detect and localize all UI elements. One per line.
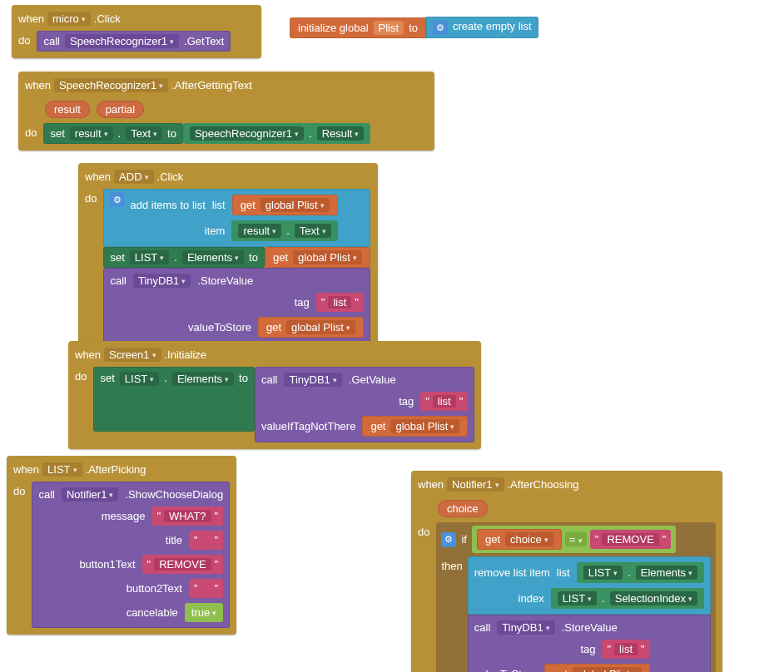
var-dropdown[interactable]: global Plist ▾ bbox=[573, 667, 642, 672]
var-name-field[interactable]: Plist bbox=[374, 21, 404, 35]
chevron-down-icon: ▾ bbox=[295, 130, 299, 138]
chevron-down-icon: ▾ bbox=[578, 536, 583, 545]
call-getvalue[interactable]: call TinyDB1 ▾ .GetValue tag " list " bbox=[255, 367, 474, 442]
property-dropdown[interactable]: Result ▾ bbox=[317, 126, 365, 141]
component-dropdown[interactable]: Screen1 ▾ bbox=[104, 348, 161, 362]
param-result[interactable]: result bbox=[45, 101, 90, 118]
get-plist[interactable]: get global Plist ▾ bbox=[258, 317, 364, 338]
get-result-text[interactable]: result ▾ . Text ▾ bbox=[231, 220, 337, 241]
component-dropdown[interactable]: LIST ▾ bbox=[130, 250, 169, 264]
text-empty[interactable]: "" bbox=[189, 579, 223, 598]
get-plist[interactable]: get global Plist ▾ bbox=[265, 247, 370, 268]
component-dropdown[interactable]: TinyDB1 ▾ bbox=[497, 620, 554, 635]
property-dropdown[interactable]: Text ▾ bbox=[126, 126, 162, 141]
chevron-down-icon: ▾ bbox=[145, 173, 149, 181]
do-label: do bbox=[18, 31, 32, 47]
component-dropdown[interactable]: TinyDB1 ▾ bbox=[133, 274, 191, 288]
param-choice[interactable]: choice bbox=[438, 500, 488, 517]
text-list[interactable]: " list " bbox=[420, 392, 468, 411]
chevron-down-icon: ▾ bbox=[322, 227, 326, 235]
var-dropdown[interactable]: global Plist ▾ bbox=[293, 250, 362, 264]
chevron-down-icon: ▾ bbox=[160, 254, 164, 262]
text-remove[interactable]: "REMOVE" bbox=[590, 530, 672, 549]
chevron-down-icon: ▾ bbox=[235, 254, 239, 262]
set-list-elements[interactable]: set LIST ▾ . Elements ▾ to bbox=[93, 367, 254, 432]
chevron-down-icon: ▾ bbox=[346, 324, 350, 332]
chevron-down-icon: ▾ bbox=[588, 595, 592, 603]
create-empty-list[interactable]: ⚙ create empty list bbox=[426, 17, 538, 38]
equals-block[interactable]: get choice ▾ = ▾ "REMOVE" bbox=[472, 526, 676, 553]
when-kw: when bbox=[18, 12, 44, 25]
component-dropdown[interactable]: micro ▾ bbox=[47, 12, 91, 26]
component-dropdown[interactable]: LIST ▾ bbox=[583, 566, 623, 580]
call-showchoosedialog[interactable]: call Notifier1 ▾ .ShowChooseDialog messa… bbox=[32, 482, 230, 628]
if-block[interactable]: ⚙ if get choice ▾ = ▾ "REM bbox=[436, 522, 716, 672]
chevron-down-icon: ▾ bbox=[450, 422, 454, 431]
chevron-down-icon: ▾ bbox=[546, 624, 550, 632]
component-dropdown[interactable]: SpeechRecognizer1 ▾ bbox=[190, 126, 304, 141]
text-what[interactable]: "WHAT?" bbox=[151, 506, 223, 526]
event-screen1-initialize[interactable]: when Screen1 ▾ .Initialize do set LIST ▾… bbox=[68, 341, 481, 449]
event-sr-aftergettingtext[interactable]: when SpeechRecognizer1 ▾ .AfterGettingTe… bbox=[18, 72, 434, 151]
event-notifier-afterchoosing[interactable]: when Notifier1 ▾ .AfterChoosing choice d… bbox=[411, 471, 722, 672]
call-storevalue[interactable]: call TinyDB1 ▾ .StoreValue tag " list " bbox=[103, 268, 370, 343]
logic-true[interactable]: true ▾ bbox=[185, 603, 223, 622]
component-dropdown[interactable]: SpeechRecognizer1 ▾ bbox=[65, 34, 179, 48]
event-name: .Click bbox=[94, 12, 121, 25]
event-add-click[interactable]: when ADD ▾ .Click do ⚙ add items to list… bbox=[78, 163, 378, 350]
component-dropdown[interactable]: LIST ▾ bbox=[120, 372, 159, 386]
var-dropdown[interactable]: choice ▾ bbox=[505, 532, 553, 546]
chevron-down-icon: ▾ bbox=[212, 609, 216, 617]
get-plist[interactable]: get global Plist ▾ bbox=[232, 195, 338, 215]
param-partial[interactable]: partial bbox=[97, 101, 144, 118]
property-dropdown[interactable]: Elements ▾ bbox=[172, 372, 234, 386]
list-selectionindex[interactable]: LIST ▾ . SelectionIndex ▾ bbox=[551, 588, 704, 609]
list-elements[interactable]: LIST ▾ . Elements ▾ bbox=[577, 562, 704, 583]
gear-icon[interactable]: ⚙ bbox=[110, 192, 125, 207]
chevron-down-icon: ▾ bbox=[109, 491, 113, 499]
var-dropdown[interactable]: global Plist ▾ bbox=[261, 198, 330, 212]
chevron-down-icon: ▾ bbox=[333, 376, 337, 384]
component-dropdown[interactable]: LIST ▾ bbox=[558, 591, 597, 605]
set-list-elements[interactable]: set LIST ▾ . Elements ▾ to bbox=[103, 247, 264, 268]
text-remove[interactable]: "REMOVE" bbox=[142, 555, 224, 574]
get-plist[interactable]: get global Plist ▾ bbox=[362, 416, 468, 437]
event-list-afterpicking[interactable]: when LIST ▾ .AfterPicking do call Notifi… bbox=[7, 456, 236, 635]
remove-list-item[interactable]: remove list item list LIST ▾ . E bbox=[468, 556, 711, 615]
set-result-text[interactable]: set result ▾ . Text ▾ to bbox=[43, 123, 182, 144]
component-dropdown[interactable]: Notifier1 ▾ bbox=[62, 487, 118, 502]
property-dropdown[interactable]: Elements ▾ bbox=[636, 566, 697, 580]
var-dropdown[interactable]: global Plist ▾ bbox=[286, 320, 355, 334]
component-dropdown[interactable]: result ▾ bbox=[70, 126, 113, 141]
component-dropdown[interactable]: TinyDB1 ▾ bbox=[284, 373, 341, 387]
component-dropdown[interactable]: SpeechRecognizer1 ▾ bbox=[54, 78, 168, 92]
get-sr-result[interactable]: SpeechRecognizer1 ▾ . Result ▾ bbox=[183, 123, 371, 144]
text-list[interactable]: "list" bbox=[602, 640, 649, 659]
property-dropdown[interactable]: SelectionIndex ▾ bbox=[610, 591, 697, 605]
event-micro-click[interactable]: when micro ▾ .Click do call SpeechRecogn… bbox=[12, 5, 261, 58]
component-dropdown[interactable]: Notifier1 ▾ bbox=[447, 477, 504, 492]
property-dropdown[interactable]: Text ▾ bbox=[295, 224, 331, 238]
component-dropdown[interactable]: ADD ▾ bbox=[114, 170, 153, 184]
op-dropdown[interactable]: = ▾ bbox=[565, 532, 587, 546]
chevron-down-icon: ▾ bbox=[181, 277, 186, 285]
text-list[interactable]: " list " bbox=[316, 293, 364, 312]
get-choice[interactable]: get choice ▾ bbox=[477, 529, 562, 550]
gear-icon[interactable]: ⚙ bbox=[433, 20, 448, 35]
chevron-down-icon: ▾ bbox=[320, 201, 325, 210]
init-global-plist[interactable]: initialize global Plist to ⚙ create empt… bbox=[290, 17, 538, 38]
var-dropdown[interactable]: global Plist ▾ bbox=[390, 419, 459, 433]
add-items-to-list[interactable]: ⚙ add items to list list get global Plis… bbox=[103, 189, 370, 247]
chevron-down-icon: ▾ bbox=[159, 82, 163, 90]
call-getText[interactable]: call SpeechRecognizer1 ▾ .GetText bbox=[37, 31, 231, 52]
component-dropdown[interactable]: result ▾ bbox=[238, 224, 281, 238]
chevron-down-icon: ▾ bbox=[613, 569, 618, 577]
property-dropdown[interactable]: Elements ▾ bbox=[182, 250, 244, 264]
call-storevalue[interactable]: call TinyDB1 ▾ .StoreValue tag "l bbox=[468, 615, 711, 672]
chevron-down-icon: ▾ bbox=[73, 466, 77, 474]
gear-icon[interactable]: ⚙ bbox=[441, 532, 456, 547]
component-dropdown[interactable]: LIST ▾ bbox=[42, 462, 82, 477]
get-plist[interactable]: get global Plist ▾ bbox=[544, 664, 650, 672]
chevron-down-icon: ▾ bbox=[225, 375, 229, 383]
text-empty[interactable]: "" bbox=[189, 531, 223, 550]
